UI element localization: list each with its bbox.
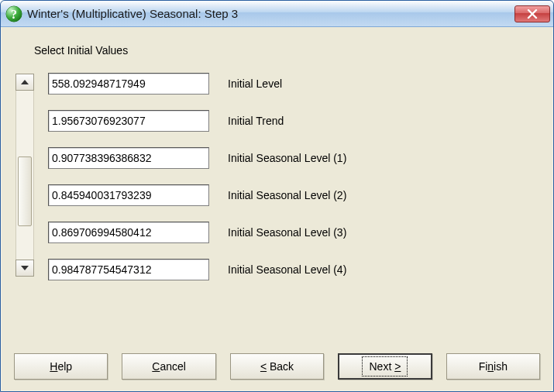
field-row: Initial Level [48, 72, 537, 95]
vertical-scrollbar[interactable] [15, 74, 34, 277]
scroll-track[interactable] [15, 91, 34, 260]
finish-button[interactable]: Finish [446, 353, 540, 380]
help-icon: ? [5, 5, 22, 22]
titlebar[interactable]: ? Winter's (Multiplicative) Seasonal: St… [1, 1, 553, 27]
chevron-up-icon [21, 80, 29, 84]
chevron-down-icon [21, 266, 29, 270]
help-button[interactable]: Help [14, 353, 108, 380]
label-text: ack [277, 360, 294, 373]
initial-seasonal-1-input[interactable] [48, 147, 209, 169]
scroll-thumb[interactable] [18, 156, 32, 226]
next-button[interactable]: Next > [338, 353, 432, 380]
close-icon [527, 9, 538, 19]
close-button[interactable] [514, 5, 550, 22]
field-row: Initial Seasonal Level (4) [48, 258, 537, 281]
initial-seasonal-4-input[interactable] [48, 259, 209, 280]
svg-text:?: ? [11, 8, 17, 21]
mnemonic: H [50, 360, 57, 373]
client-area: Select Initial Values Initial Level [2, 27, 552, 390]
cancel-button[interactable]: Cancel [122, 353, 215, 380]
initial-seasonal-3-input[interactable] [48, 222, 209, 243]
instruction-text: Select Initial Values [34, 44, 128, 57]
mnemonic: > [394, 360, 401, 373]
initial-trend-input[interactable] [48, 110, 209, 132]
window-title: Winter's (Multiplicative) Seasonal: Step… [27, 7, 514, 20]
mnemonic: n [487, 360, 494, 373]
mnemonic: < [260, 360, 267, 373]
field-label: Initial Seasonal Level (2) [228, 189, 346, 201]
field-row: Initial Trend [48, 109, 537, 132]
initial-level-input[interactable] [48, 73, 209, 95]
label-text: ish [494, 360, 508, 373]
field-label: Initial Seasonal Level (3) [228, 226, 346, 239]
button-row: Help Cancel < Back Next > Finish [14, 353, 540, 380]
label-text: ancel [160, 360, 185, 373]
dialog-window: ? Winter's (Multiplicative) Seasonal: St… [0, 0, 554, 392]
fields-area: Initial Level Initial Trend Initial Seas… [48, 72, 537, 295]
label-text: B [270, 360, 277, 373]
field-label: Initial Seasonal Level (4) [228, 263, 346, 276]
field-label: Initial Seasonal Level (1) [228, 152, 346, 164]
scroll-up-button[interactable] [15, 74, 34, 91]
field-row: Initial Seasonal Level (2) [48, 184, 537, 207]
field-row: Initial Seasonal Level (1) [48, 146, 537, 170]
mnemonic: C [152, 360, 160, 373]
initial-seasonal-2-input[interactable] [48, 184, 209, 206]
scroll-down-button[interactable] [15, 260, 34, 277]
label-text: elp [57, 360, 72, 373]
field-label: Initial Level [228, 77, 282, 90]
label-text: Fi [479, 360, 488, 373]
field-row: Initial Seasonal Level (3) [48, 221, 537, 244]
label-text: N [369, 360, 377, 373]
back-button[interactable]: < Back [230, 353, 324, 380]
field-label: Initial Trend [228, 115, 284, 127]
label-text: ext [377, 360, 395, 373]
